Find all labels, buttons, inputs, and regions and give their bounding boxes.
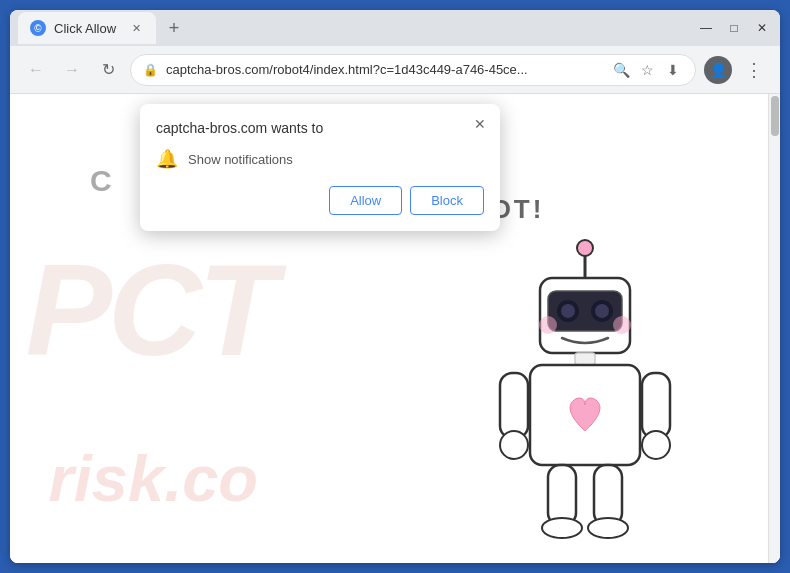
maximize-button[interactable]: □ — [724, 18, 744, 38]
captcha-header-text: C — [90, 164, 114, 198]
tab-close-button[interactable]: ✕ — [128, 20, 144, 36]
title-bar: © Click Allow ✕ + — □ ✕ — [10, 10, 780, 46]
navigation-bar: ← → ↻ 🔒 captcha-bros.com/robot4/index.ht… — [10, 46, 780, 94]
notification-dialog: ✕ captcha-bros.com wants to 🔔 Show notif… — [140, 104, 500, 231]
address-bar[interactable]: 🔒 captcha-bros.com/robot4/index.html?c=1… — [130, 54, 696, 86]
browser-tab[interactable]: © Click Allow ✕ — [18, 12, 156, 44]
svg-point-1 — [577, 240, 593, 256]
close-button[interactable]: ✕ — [752, 18, 772, 38]
svg-rect-11 — [642, 373, 670, 438]
bell-icon: 🔔 — [156, 148, 178, 170]
watermark-risk: risk.co — [49, 441, 259, 516]
svg-point-12 — [500, 431, 528, 459]
new-tab-button[interactable]: + — [160, 14, 188, 42]
svg-rect-10 — [500, 373, 528, 438]
svg-rect-14 — [548, 465, 576, 525]
search-icon[interactable]: 🔍 — [611, 60, 631, 80]
back-button[interactable]: ← — [22, 56, 50, 84]
bookmark-icon[interactable]: ☆ — [637, 60, 657, 80]
download-icon[interactable]: ⬇ — [663, 60, 683, 80]
reload-button[interactable]: ↻ — [94, 56, 122, 84]
svg-point-6 — [561, 304, 575, 318]
svg-point-18 — [539, 316, 557, 334]
robot-illustration — [470, 233, 700, 563]
allow-button[interactable]: Allow — [329, 186, 402, 215]
svg-point-13 — [642, 431, 670, 459]
lock-icon: 🔒 — [143, 63, 158, 77]
dialog-title: captcha-bros.com wants to — [156, 120, 484, 136]
url-text: captcha-bros.com/robot4/index.html?c=1d4… — [166, 62, 603, 77]
notification-label: Show notifications — [188, 152, 293, 167]
svg-rect-15 — [594, 465, 622, 525]
dialog-buttons: Allow Block — [156, 186, 484, 215]
menu-button[interactable]: ⋮ — [740, 56, 768, 84]
tab-favicon: © — [30, 20, 46, 36]
dialog-close-button[interactable]: ✕ — [468, 112, 492, 136]
profile-button[interactable]: 👤 — [704, 56, 732, 84]
scrollbar-thumb[interactable] — [771, 96, 779, 136]
svg-point-17 — [588, 518, 628, 538]
notification-row: 🔔 Show notifications — [156, 148, 484, 170]
browser-window: © Click Allow ✕ + — □ ✕ ← — [10, 10, 780, 563]
browser-content: PCT risk.co C ARE NOT A ROBOT! — [10, 94, 780, 563]
tab-title: Click Allow — [54, 21, 116, 36]
forward-button[interactable]: → — [58, 56, 86, 84]
browser-outer-border: © Click Allow ✕ + — □ ✕ ← — [0, 0, 790, 573]
minimize-button[interactable]: — — [696, 18, 716, 38]
watermark-pct: PCT — [25, 235, 273, 385]
svg-point-7 — [595, 304, 609, 318]
address-bar-icons: 🔍 ☆ ⬇ — [611, 60, 683, 80]
svg-point-19 — [613, 316, 631, 334]
block-button[interactable]: Block — [410, 186, 484, 215]
svg-rect-8 — [575, 353, 595, 365]
scrollbar[interactable] — [768, 94, 780, 563]
window-controls: — □ ✕ — [696, 18, 772, 38]
svg-point-16 — [542, 518, 582, 538]
